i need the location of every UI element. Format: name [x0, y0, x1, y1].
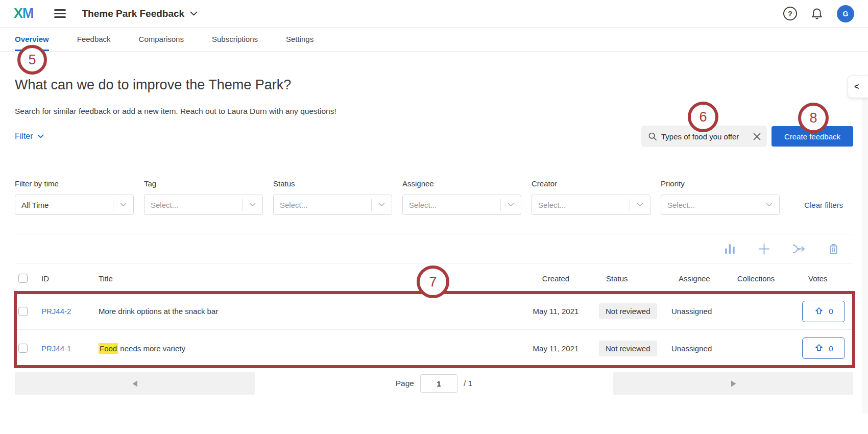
chevron-down-icon: [190, 11, 198, 16]
project-title: Theme Park Feedback: [82, 8, 185, 19]
feedback-id-link[interactable]: PRJ44-1: [41, 344, 71, 353]
priority-filter-select[interactable]: Select...: [661, 195, 780, 215]
col-header-title: Title: [97, 274, 514, 283]
filter-field-tag: Tag Select...: [144, 179, 263, 215]
search-input[interactable]: Types of food you offer: [641, 126, 767, 147]
select-value: All Time: [15, 201, 113, 209]
chevron-down-icon: [500, 199, 521, 211]
filter-field-status: Status Select...: [273, 179, 392, 215]
select-value: Select...: [403, 201, 500, 209]
chevron-down-icon: [113, 199, 133, 211]
col-header-created: Created: [514, 274, 598, 283]
creator-filter-select[interactable]: Select...: [532, 195, 650, 215]
col-header-assignee: Assignee: [669, 274, 733, 283]
filter-bar: Filter by time All Time Tag Select... St…: [15, 179, 853, 215]
clear-filters-link[interactable]: Clear filters: [804, 201, 843, 209]
col-header-collections: Collections: [733, 274, 802, 283]
top-bar: XM Theme Park Feedback ? G: [0, 0, 868, 28]
filter-field-priority: Priority Select...: [661, 179, 780, 215]
bar-chart-icon[interactable]: [724, 243, 736, 255]
table-row: PRJ44-2 More drink options at the snack …: [15, 293, 853, 329]
feedback-id-link[interactable]: PRJ44-2: [41, 307, 71, 316]
table-row: PRJ44-1 Food needs more variety May 11, …: [15, 329, 853, 367]
chevron-down-icon: [371, 199, 392, 211]
feedback-title-text: More drink options at the snack bar: [99, 307, 218, 316]
hamburger-menu-icon[interactable]: [54, 9, 66, 18]
filter-field-time: Filter by time All Time: [15, 179, 134, 215]
tab-subscriptions[interactable]: Subscriptions: [212, 28, 258, 51]
help-icon[interactable]: ?: [783, 7, 797, 20]
xm-logo[interactable]: XM: [14, 6, 34, 21]
tab-bar: Overview Feedback Comparisons Subscripti…: [0, 28, 868, 52]
vote-count: 0: [829, 307, 833, 316]
feedback-title: Food needs more variety: [97, 344, 514, 353]
col-header-status: Status: [598, 274, 669, 283]
filter-field-creator: Creator Select...: [532, 179, 650, 215]
previous-page-button[interactable]: [15, 372, 255, 395]
project-switcher[interactable]: Theme Park Feedback: [82, 8, 198, 19]
time-filter-select[interactable]: All Time: [15, 195, 134, 215]
status-badge: Not reviewed: [599, 303, 657, 319]
vote-button[interactable]: 0: [802, 337, 845, 359]
col-header-votes: Votes: [802, 274, 853, 283]
select-value: Select...: [532, 201, 630, 209]
create-feedback-button[interactable]: Create feedback: [771, 126, 853, 147]
filter-label: Priority: [661, 179, 780, 188]
filter-label: Assignee: [402, 179, 521, 188]
assignee-filter-select[interactable]: Select...: [402, 195, 521, 215]
collapse-panel-icon: <: [854, 82, 859, 91]
col-header-id: ID: [39, 274, 97, 283]
tab-comparisons[interactable]: Comparisons: [139, 28, 184, 51]
row-checkbox[interactable]: [18, 344, 28, 353]
upvote-icon: [814, 306, 824, 317]
select-value: Select...: [144, 201, 242, 209]
next-page-button[interactable]: [613, 372, 853, 395]
tab-feedback[interactable]: Feedback: [77, 28, 111, 51]
tab-overview[interactable]: Overview: [15, 28, 49, 51]
filter-label: Tag: [144, 179, 263, 188]
filter-label: Status: [273, 179, 392, 188]
status-badge: Not reviewed: [599, 341, 657, 356]
search-query: Types of food you offer: [661, 132, 749, 141]
tag-filter-select[interactable]: Select...: [144, 195, 263, 215]
search-icon: [648, 132, 657, 141]
filter-toggle[interactable]: Filter: [15, 132, 44, 141]
chevron-down-icon: [242, 199, 262, 211]
trash-icon[interactable]: [827, 243, 840, 255]
chevron-down-icon: [630, 199, 650, 211]
page-number-input[interactable]: [420, 374, 457, 393]
select-value: Select...: [661, 201, 759, 209]
plus-icon[interactable]: [758, 243, 770, 255]
vote-button[interactable]: 0: [802, 301, 845, 322]
assignee-value: Unassigned: [669, 307, 733, 316]
feedback-title: More drink options at the snack bar: [97, 307, 514, 316]
pagination: Page / 1: [15, 372, 853, 395]
page-label: Page: [396, 379, 414, 388]
upvote-icon: [814, 343, 824, 353]
search-term-highlight: Food: [99, 343, 118, 354]
next-page-icon: [731, 380, 736, 387]
filter-field-assignee: Assignee Select...: [402, 179, 521, 215]
bell-icon[interactable]: [810, 7, 824, 20]
avatar[interactable]: G: [837, 5, 854, 22]
merge-feedback-icon[interactable]: [792, 243, 806, 255]
status-filter-select[interactable]: Select...: [273, 195, 392, 215]
row-checkbox[interactable]: [18, 307, 28, 316]
assignee-value: Unassigned: [669, 344, 733, 353]
page-subtext: Search for similar feedback or add a new…: [15, 107, 853, 116]
filter-label: Creator: [532, 179, 650, 188]
vote-count: 0: [829, 344, 833, 353]
feedback-title-text: needs more variety: [118, 344, 185, 353]
chevron-down-icon: [37, 134, 44, 138]
table-toolbar: [15, 234, 853, 263]
filter-toggle-label: Filter: [15, 132, 33, 141]
collapsed-side-panel: [862, 98, 868, 414]
filter-label: Filter by time: [15, 179, 134, 188]
clear-search-icon[interactable]: [753, 133, 761, 140]
select-value: Select...: [274, 201, 371, 209]
created-date: May 11, 2021: [514, 344, 598, 353]
select-all-checkbox[interactable]: [18, 274, 28, 283]
tab-settings[interactable]: Settings: [286, 28, 314, 51]
expand-panel-button[interactable]: <: [848, 76, 868, 98]
prev-page-icon: [132, 380, 138, 387]
